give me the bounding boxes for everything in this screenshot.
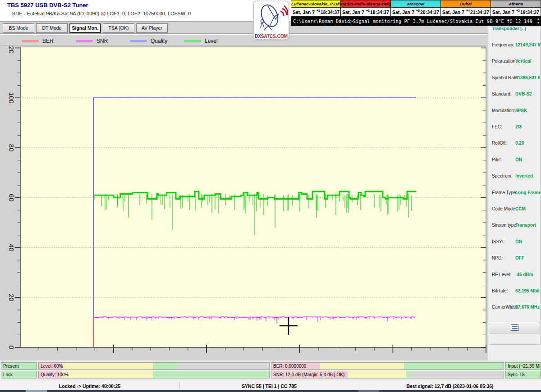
status-sync-counters: SYNC 55 | TEI 1 | CC 785	[179, 381, 359, 391]
legend-line-swatch	[22, 41, 39, 41]
sidebar-title: Transponder [..]	[492, 26, 526, 31]
meter-level: Level: 60%	[38, 362, 270, 370]
y-tick-label: 40	[8, 244, 15, 251]
sidebar-value-frequency: 12149,247 MHz	[515, 42, 541, 47]
sidebar-label-frequency: Frequency:	[492, 42, 514, 47]
sidebar-label-code-mode: Code Mode:	[492, 206, 516, 211]
meter-segment-yellow	[320, 363, 403, 369]
clock-moscow: MoscowSat, Jan 7+320:34:37	[391, 0, 441, 17]
clock-utc-offset: +3	[416, 9, 420, 12]
clock-time: 18:34:37	[321, 9, 339, 15]
clock-time: 20:34:37	[420, 9, 439, 15]
meter-segment-yellow	[62, 371, 153, 378]
tab-tsa-ok[interactable]: TSA (OK)	[103, 23, 134, 33]
clock-city-label: Lučenec-Slovakia_R.Dávid	[291, 0, 340, 8]
meter-segment-yellow	[62, 363, 153, 369]
clock-city-label: Dubai	[441, 0, 491, 8]
sidebar-label-spectrum: Spectrum:	[492, 173, 513, 178]
meter-present: Present	[1, 362, 37, 370]
clock-city-label: Moscow	[391, 0, 440, 8]
logo-wordmark: DXSATCS.COM	[254, 34, 289, 39]
sidebar-label-rf-level: RF Level:	[492, 272, 511, 277]
meter-label-snr: SNR: 12,0 dB (Margin: 5,4 dB | OK)	[273, 371, 344, 378]
sidebar-value-symbol-rate: 31396,831 KS/s	[515, 75, 541, 80]
clock-date: Sat, Jan 7	[442, 9, 464, 15]
clock-date: Sat, Jan 7	[492, 9, 514, 15]
sidebar-value-pilot: ON	[515, 157, 522, 162]
clock-athens: AthensSat, Jan 7+219:34:37	[491, 0, 541, 17]
clock-utc-offset: +2	[516, 9, 520, 12]
tab-divider	[0, 33, 488, 35]
legend-line-swatch	[130, 41, 147, 41]
y-tick-label: 120	[8, 46, 15, 54]
clock-time-row: Sat, Jan 7+118:34:37	[341, 8, 390, 16]
sidebar-label-pilot: Pilot:	[492, 157, 502, 162]
taskbar-item	[26, 390, 47, 392]
sidebar-label-modulation: Modulation:	[492, 108, 515, 113]
console-command-text: C:\Users\Roman Dávid>Signal monitoring_P…	[291, 17, 536, 26]
status-meter-area: PresentLevel: 60%BER: 0,0000000Input (~2…	[0, 360, 541, 381]
window-header: TBS 5927 USB DVB-S2 Tuner 9.0E - Eutelsa…	[0, 0, 292, 22]
sidebar-label-frame-type: Frame Type:	[492, 190, 517, 195]
scroll-up-icon[interactable]: ▲	[537, 17, 540, 21]
clock-utc-offset: +1	[366, 9, 370, 12]
sidebar-label-issyi: ISSYI:	[492, 239, 504, 244]
world-clock-strip: Lučenec-Slovakia_R.DávidSat, Jan 7+118:3…	[291, 0, 541, 17]
legend-item-ber: BER	[22, 37, 54, 45]
sidebar-value-issyi: ON	[515, 239, 522, 244]
sidebar-label-standard: Standard:	[492, 91, 511, 96]
clock-time: 21:34:37	[470, 9, 489, 15]
legend-label: Quality	[151, 38, 167, 44]
ts-list-icon	[511, 324, 518, 331]
clock-date: Sat, Jan 7	[293, 9, 315, 15]
sidebar-label-stream-type: Stream type:	[492, 223, 518, 228]
meter-ber: BER: 0,0000000	[271, 362, 504, 370]
sidebar-value-stream-type: Transport	[515, 223, 536, 228]
legend-item-snr: SNR	[76, 37, 108, 45]
satellite-dish-icon	[254, 1, 288, 32]
clock-city-label: Berlin-Paris-Vienna-Belgrade	[341, 0, 390, 8]
y-tick-label: 0	[8, 346, 15, 349]
ts-capture-button[interactable]	[489, 322, 540, 333]
meter-label-level: Level: 60%	[41, 363, 63, 369]
clock-time-row: Sat, Jan 7+118:34:37	[291, 8, 340, 16]
meter-label-ber: BER: 0,0000000	[273, 363, 306, 369]
meter-label-present: Present	[3, 363, 18, 369]
sidebar-value-npd: OFF	[515, 255, 524, 260]
command-console: C:\Users\Roman Dávid>Signal monitoring_P…	[291, 17, 541, 26]
clock-date: Sat, Jan 7	[342, 9, 364, 15]
signal-chart: 020406080100120	[0, 46, 488, 361]
sidebar-label-bitrate: BitRate:	[492, 288, 508, 293]
sidebar-label-rolloff: RollOff:	[492, 141, 507, 146]
y-tick-label: 80	[8, 144, 15, 152]
legend-line-swatch	[76, 41, 93, 41]
clock-berlin-paris-vienna-belgrade: Berlin-Paris-Vienna-BelgradeSat, Jan 7+1…	[341, 0, 391, 17]
tab-av-player[interactable]: AV Player	[136, 23, 168, 33]
sidebar-value-frame-type: Long Frame	[515, 190, 541, 195]
sidebar-value-carrierwidth: 37,676 MHz	[515, 305, 540, 310]
legend-label: SNR	[96, 38, 108, 44]
status-best-signal: Best signal: 12,7 dB (2023-01-06 05:36)	[359, 381, 541, 391]
clock-time: 18:34:37	[370, 9, 389, 15]
sidebar-value-fec: 2/3	[515, 124, 522, 129]
meter-segment-green	[153, 363, 177, 369]
legend-item-quality: Quality	[130, 37, 167, 45]
meter-label-input: Input (~21,39 Mbps)	[508, 363, 541, 369]
sidebar-value-code-mode: CCM	[515, 206, 526, 211]
y-tick-label: 100	[8, 92, 15, 104]
dxsatcs-logo: DXSATCS.COM	[253, 1, 289, 40]
meter-label-lock: Lock	[3, 371, 13, 378]
sidebar-value-modulation: 8PSK	[515, 108, 527, 113]
tab-dt-mode[interactable]: DT Mode	[36, 23, 68, 33]
console-scrollbar[interactable]: ▲ ▼	[536, 17, 541, 26]
sidebar-label-npd: NPD:	[492, 255, 503, 260]
meter-segment-green	[153, 371, 269, 378]
clock-date: Sat, Jan 7	[392, 9, 414, 15]
sidebar-value-spectrum: Inverted	[515, 173, 533, 178]
scroll-down-icon[interactable]: ▼	[537, 21, 540, 25]
status-uptime: Locked -> Uptime: 48:00:25	[0, 381, 179, 391]
tab-signal-mon[interactable]: Signal Mon.	[69, 23, 101, 33]
meter-snr: SNR: 12,0 dB (Margin: 5,4 dB | OK)	[271, 371, 504, 378]
legend-item-level: Level	[184, 37, 218, 45]
tab-bs-mode[interactable]: BS Mode	[3, 23, 34, 33]
